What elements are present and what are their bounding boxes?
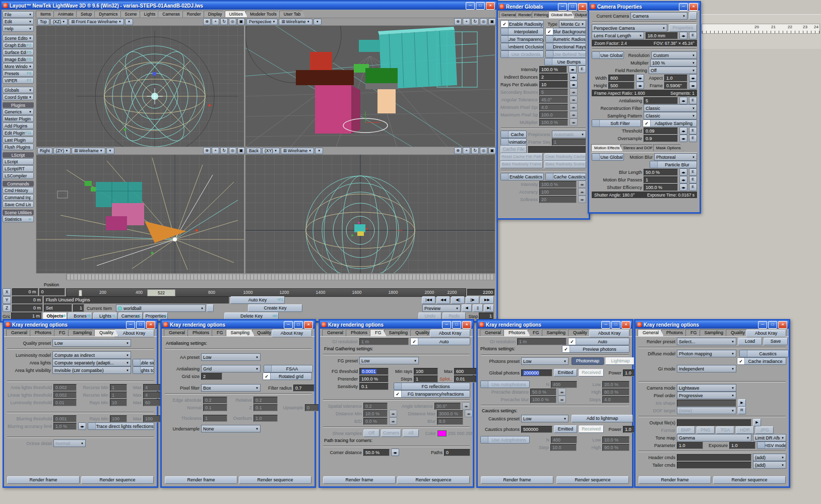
viewport-tool-icon[interactable]: ⊕ xyxy=(454,18,462,25)
viewport-options-dropdown[interactable]: ▼ xyxy=(313,19,322,25)
dialog-tab[interactable]: Photons xyxy=(661,329,688,336)
parameter-field[interactable]: 1.0 xyxy=(677,442,703,449)
minimize-button[interactable]: ─ xyxy=(466,2,475,10)
stepper-icon[interactable] xyxy=(569,66,577,73)
view-type-button[interactable]: Right xyxy=(37,148,52,154)
oversample-field[interactable]: 0.9 xyxy=(644,135,678,142)
hsv-mode-checkbox[interactable]: HSV mode xyxy=(757,442,786,449)
camera-step-button[interactable] xyxy=(689,12,697,20)
viewport-tool-icon[interactable]: ◎ xyxy=(480,147,487,154)
sidebar-item[interactable]: LScript xyxy=(3,158,34,165)
auto-key-button[interactable]: Auto Key+F1 xyxy=(230,296,285,304)
maximize-button[interactable]: □ xyxy=(476,2,485,10)
dialog-tab[interactable]: General xyxy=(638,329,664,336)
load-button[interactable]: Load xyxy=(738,338,762,345)
viewport-tool-icon[interactable]: + xyxy=(463,18,470,25)
use-global-checkbox[interactable]: Use Global xyxy=(592,51,624,59)
viewport-tool-icon[interactable]: ▣ xyxy=(488,18,496,25)
viewport-right[interactable] xyxy=(36,154,244,274)
intensity-field[interactable]: 100.0 % xyxy=(539,66,567,73)
soft-filter-checkbox[interactable]: Soft Filter xyxy=(592,119,641,127)
viewport-tool-icon[interactable]: ◎ xyxy=(229,147,236,154)
stepper-icon[interactable] xyxy=(391,449,399,456)
min-rays-field[interactable]: 100 xyxy=(414,368,438,375)
luminosity-model-dropdown[interactable]: Compute as indirect xyxy=(52,351,131,359)
dialog-tab[interactable]: Quality xyxy=(94,329,118,336)
menu-tab[interactable]: Items xyxy=(36,11,55,17)
volumetric-radiosity-checkbox[interactable]: Volumetric Radiosity xyxy=(545,35,586,43)
particle-blur-checkbox[interactable]: Particle Blur xyxy=(650,161,697,168)
preview-transport-button[interactable]: ◀ xyxy=(462,304,472,312)
multiplier-dropdown[interactable]: 100 % xyxy=(650,59,697,67)
sensitivity-field[interactable]: 0.1 xyxy=(359,383,389,390)
threshold-field[interactable]: 0.09 xyxy=(644,128,678,135)
adaptive-sampling-checkbox[interactable]: Adaptive Sampling xyxy=(643,119,697,127)
tailer-add-dropdown[interactable]: (add) xyxy=(753,461,786,469)
viewport-options-dropdown[interactable]: ▼ xyxy=(106,148,114,154)
transport-button[interactable]: ||▶ xyxy=(466,296,479,304)
dialog-tab[interactable]: Photons xyxy=(503,329,530,336)
render-frame-button[interactable]: Render frame xyxy=(165,476,237,484)
caustics-photons-field[interactable]: 500000 xyxy=(521,426,552,433)
render-sequence-button[interactable]: Render sequence xyxy=(239,476,311,484)
dialog-tab[interactable]: Stereo and DOF xyxy=(620,144,656,151)
grid-size-field[interactable]: 2 xyxy=(201,373,222,380)
iris-browse-button[interactable]: ▶ xyxy=(738,399,746,407)
sidebar-item[interactable]: Edit PluginsF11 xyxy=(3,130,34,136)
stepper-icon[interactable] xyxy=(679,97,687,104)
kray-titlebar[interactable]: Kray rendering options─□× xyxy=(162,321,314,329)
antialiasing-dropdown[interactable]: Grid xyxy=(201,365,261,372)
render-frame-button[interactable]: Render frame xyxy=(481,476,553,484)
stepper-icon[interactable] xyxy=(78,422,86,430)
cache-checkbox[interactable]: Cache xyxy=(500,131,527,138)
envelope-button[interactable]: E xyxy=(689,127,697,135)
color-swatch[interactable] xyxy=(437,430,447,436)
sidebar-item[interactable]: Statisticsw xyxy=(3,216,34,222)
kray-titlebar[interactable]: Kray rendering options─□× xyxy=(4,321,157,329)
render-frame-button[interactable]: Render frame xyxy=(7,476,80,484)
resolution-dropdown[interactable]: Custom xyxy=(651,51,697,59)
stepper-icon[interactable] xyxy=(689,82,697,89)
timeline-track[interactable]: 2004008001000120014001600180020002200 52… xyxy=(66,288,466,297)
indirect-bounces-field[interactable]: 2 xyxy=(539,74,568,81)
maximize-button[interactable]: □ xyxy=(136,321,145,329)
sidebar-item[interactable]: Surface EditorF5 xyxy=(3,49,34,55)
dialog-tab[interactable]: Output xyxy=(572,11,589,18)
minimize-button[interactable]: ─ xyxy=(126,321,135,329)
auto-checkbox[interactable]: Auto xyxy=(410,338,470,345)
axis-dropdown[interactable]: (XY)▼ xyxy=(262,148,280,154)
fg-preset-dropdown[interactable]: Low xyxy=(359,357,419,364)
dialog-tab[interactable]: Sampling xyxy=(226,329,255,336)
x-axis-button[interactable]: X xyxy=(3,288,11,296)
camera-mode-dropdown[interactable]: Lightwave xyxy=(677,384,736,392)
cache-irradiance-checkbox[interactable]: Cache irradiance xyxy=(737,357,786,365)
close-button[interactable]: × xyxy=(146,321,155,329)
dialog-tab[interactable]: Motion Effects xyxy=(591,144,623,151)
sidebar-item[interactable]: Globals▼ xyxy=(3,87,34,93)
keyframe-marker[interactable] xyxy=(79,290,82,296)
sidebar-item[interactable]: Image EditorF6 xyxy=(3,56,34,62)
aspect-field[interactable]: 1.0 xyxy=(664,75,687,82)
z-axis-button[interactable]: Z xyxy=(3,304,11,312)
filter-radius-field[interactable]: 0.7 xyxy=(293,385,314,392)
viewport-tool-icon[interactable]: ⊕ xyxy=(454,147,462,154)
shutter-efficiency-field[interactable]: 100.0 % xyxy=(644,184,678,191)
dialog-tab[interactable]: General xyxy=(6,329,32,336)
corner-distance-field[interactable]: 50.0 % xyxy=(363,449,390,456)
header-add-dropdown[interactable]: (add) xyxy=(753,454,786,461)
menu-tab[interactable]: Dynamics xyxy=(94,11,122,17)
lens-field[interactable]: 18.0 mm xyxy=(646,32,678,39)
menu-tab[interactable]: User Tab xyxy=(279,11,305,17)
viewport-back[interactable] xyxy=(245,154,495,274)
fsaa-checkbox[interactable]: FSAA xyxy=(264,365,313,372)
viewport-tool-icon[interactable]: ↻ xyxy=(220,18,228,25)
minimize-button[interactable]: ─ xyxy=(758,321,767,329)
viewport-tool-icon[interactable]: ◎ xyxy=(229,18,236,25)
close-button[interactable]: × xyxy=(486,2,495,10)
stepper-icon[interactable] xyxy=(570,73,578,81)
viewport-tool-icon[interactable]: + xyxy=(212,18,219,25)
tailer-cmds-field[interactable] xyxy=(677,462,751,469)
close-button[interactable]: × xyxy=(462,321,471,329)
dialog-tab[interactable]: General xyxy=(480,329,506,336)
received-toggle[interactable]: Received xyxy=(579,369,604,376)
